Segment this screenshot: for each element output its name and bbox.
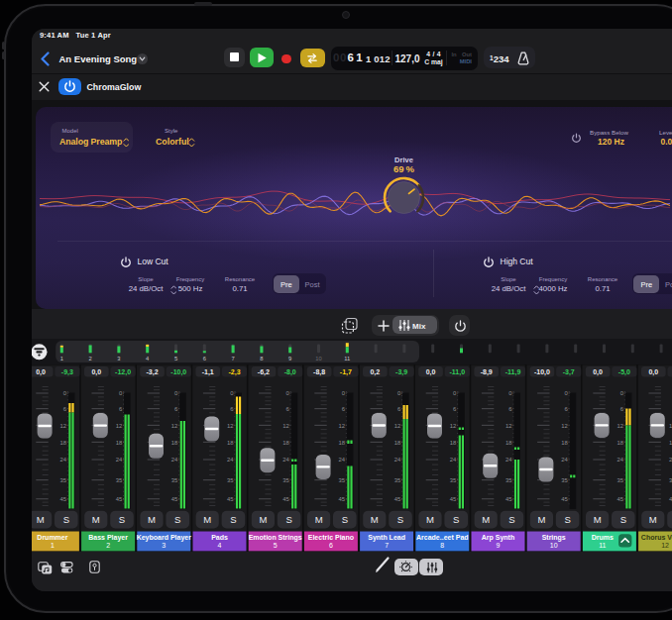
- svg-text:45: 45: [171, 496, 178, 502]
- svg-text:M: M: [482, 514, 490, 525]
- svg-text:24: 24: [59, 457, 66, 463]
- svg-text:-11,9: -11,9: [505, 368, 521, 376]
- svg-text:18: 18: [616, 440, 623, 446]
- svg-text:-1,7: -1,7: [340, 368, 352, 376]
- svg-text:Chorus Vocals: Chorus Vocals: [641, 534, 672, 541]
- svg-text:M: M: [594, 514, 602, 525]
- svg-text:1: 1: [60, 356, 63, 362]
- svg-text:45: 45: [616, 496, 623, 502]
- svg-text:24: 24: [282, 457, 289, 463]
- svg-text:-2,3: -2,3: [228, 368, 240, 376]
- svg-text:24: 24: [561, 457, 568, 463]
- svg-text:-8,9: -8,9: [481, 368, 493, 376]
- svg-text:M: M: [203, 514, 211, 525]
- svg-text:Drums: Drums: [592, 534, 614, 541]
- svg-text:-1,1: -1,1: [202, 368, 214, 376]
- svg-text:Arcade..eet Pad: Arcade..eet Pad: [416, 534, 469, 541]
- svg-text:S: S: [342, 514, 348, 525]
- svg-text:35: 35: [616, 477, 623, 483]
- svg-text:-8,8: -8,8: [313, 368, 325, 376]
- svg-text:35: 35: [227, 477, 234, 483]
- svg-text:45: 45: [450, 496, 457, 502]
- svg-text:0,0: 0,0: [593, 368, 603, 376]
- svg-text:M: M: [371, 514, 379, 525]
- svg-text:5: 5: [274, 542, 278, 549]
- svg-text:9: 9: [288, 356, 291, 362]
- svg-text:18: 18: [394, 440, 401, 446]
- svg-text:24: 24: [394, 457, 401, 463]
- svg-text:Synth Lead: Synth Lead: [368, 534, 405, 542]
- svg-text:Bass Player: Bass Player: [88, 534, 128, 542]
- svg-text:10: 10: [550, 542, 558, 549]
- svg-text:24: 24: [338, 457, 345, 463]
- svg-text:M: M: [315, 514, 323, 525]
- svg-text:7: 7: [231, 356, 234, 362]
- svg-text:M: M: [426, 514, 434, 525]
- svg-text:12: 12: [59, 423, 66, 429]
- svg-text:12: 12: [561, 423, 568, 429]
- svg-text:M: M: [649, 514, 657, 525]
- svg-text:Emotion Strings: Emotion Strings: [249, 534, 302, 542]
- svg-text:6: 6: [329, 542, 333, 549]
- svg-text:35: 35: [338, 477, 345, 483]
- svg-text:3: 3: [117, 356, 120, 362]
- svg-text:0,2: 0,2: [370, 368, 380, 376]
- svg-text:12: 12: [505, 423, 512, 429]
- svg-text:-10,0: -10,0: [170, 368, 186, 376]
- svg-text:45: 45: [227, 496, 234, 502]
- svg-text:35: 35: [116, 477, 123, 483]
- svg-text:Pads: Pads: [211, 534, 228, 541]
- svg-text:-3,7: -3,7: [563, 368, 575, 376]
- svg-text:8: 8: [260, 356, 263, 362]
- svg-text:M: M: [148, 514, 156, 525]
- svg-text:-3,9: -3,9: [395, 368, 407, 376]
- svg-text:0,0: 0,0: [91, 368, 101, 376]
- svg-text:Drummer: Drummer: [37, 534, 67, 541]
- svg-text:S: S: [620, 514, 626, 525]
- svg-text:S: S: [285, 514, 291, 525]
- svg-text:3: 3: [162, 542, 166, 549]
- svg-text:18: 18: [282, 440, 289, 446]
- svg-text:24: 24: [227, 457, 234, 463]
- svg-text:0,0: 0,0: [426, 368, 436, 376]
- svg-text:S: S: [508, 514, 514, 525]
- svg-text:45: 45: [338, 496, 345, 502]
- svg-text:18: 18: [505, 440, 512, 446]
- svg-text:35: 35: [282, 477, 289, 483]
- svg-text:12: 12: [450, 423, 457, 429]
- svg-text:S: S: [119, 514, 125, 525]
- svg-text:-12,0: -12,0: [115, 368, 131, 376]
- svg-text:M: M: [259, 514, 267, 525]
- svg-text:0,0: 0,0: [648, 368, 658, 376]
- svg-text:6: 6: [203, 356, 206, 362]
- svg-text:18: 18: [561, 440, 568, 446]
- svg-text:12: 12: [171, 423, 178, 429]
- svg-text:S: S: [564, 514, 570, 525]
- svg-text:24: 24: [116, 457, 123, 463]
- svg-text:-6,2: -6,2: [258, 368, 270, 376]
- svg-text:1: 1: [51, 542, 55, 549]
- svg-text:18: 18: [338, 440, 345, 446]
- svg-text:12: 12: [616, 423, 623, 429]
- svg-text:Keyboard Player: Keyboard Player: [137, 534, 192, 542]
- svg-text:S: S: [174, 514, 180, 525]
- svg-text:2: 2: [88, 356, 91, 362]
- svg-text:-11,0: -11,0: [450, 368, 466, 376]
- svg-text:45: 45: [116, 496, 123, 502]
- svg-text:18: 18: [171, 440, 178, 446]
- svg-text:45: 45: [59, 496, 66, 502]
- svg-text:24: 24: [171, 457, 178, 463]
- svg-text:10: 10: [315, 356, 321, 362]
- svg-text:-5,0: -5,0: [618, 368, 630, 376]
- svg-text:45: 45: [505, 496, 512, 502]
- svg-text:35: 35: [171, 477, 178, 483]
- svg-text:18: 18: [227, 440, 234, 446]
- svg-text:-10,0: -10,0: [534, 368, 550, 376]
- svg-text:18: 18: [59, 440, 66, 446]
- svg-text:12: 12: [661, 542, 669, 549]
- svg-text:35: 35: [450, 477, 457, 483]
- svg-text:8: 8: [440, 542, 444, 549]
- svg-text:45: 45: [282, 496, 289, 502]
- svg-text:35: 35: [561, 477, 568, 483]
- svg-text:35: 35: [394, 477, 401, 483]
